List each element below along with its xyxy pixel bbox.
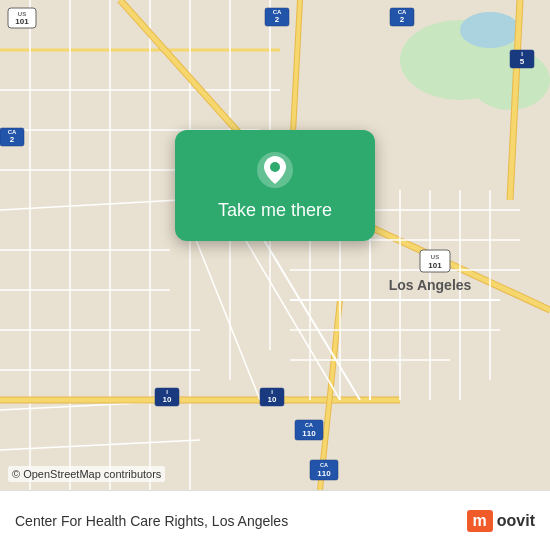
moovit-logo: m oovit	[467, 510, 535, 532]
svg-point-3	[460, 12, 520, 48]
svg-text:2: 2	[10, 135, 15, 144]
svg-text:2: 2	[275, 15, 280, 24]
svg-point-82	[270, 162, 280, 172]
moovit-m-letter: m	[467, 510, 493, 532]
svg-text:US: US	[431, 254, 439, 260]
place-card[interactable]: Take me there	[175, 130, 375, 241]
take-me-there-button[interactable]: Take me there	[218, 200, 332, 221]
svg-text:110: 110	[317, 469, 331, 478]
location-pin-icon	[255, 150, 295, 190]
svg-text:101: 101	[15, 17, 29, 26]
svg-text:Los Angeles: Los Angeles	[389, 277, 472, 293]
svg-text:10: 10	[268, 395, 277, 404]
svg-text:101: 101	[428, 261, 442, 270]
location-label: Center For Health Care Rights, Los Angel…	[15, 513, 288, 529]
bottom-bar: Center For Health Care Rights, Los Angel…	[0, 490, 550, 550]
map-container: US 101 CA 2 CA 2 I 5 CA 2 US 101 I 10 I …	[0, 0, 550, 490]
moovit-rest-text: oovit	[497, 512, 535, 530]
map-attribution: © OpenStreetMap contributors	[8, 466, 165, 482]
svg-text:2: 2	[400, 15, 405, 24]
svg-text:CA: CA	[320, 462, 328, 468]
svg-text:110: 110	[302, 429, 316, 438]
svg-text:CA: CA	[305, 422, 313, 428]
svg-text:10: 10	[163, 395, 172, 404]
svg-text:5: 5	[520, 57, 525, 66]
